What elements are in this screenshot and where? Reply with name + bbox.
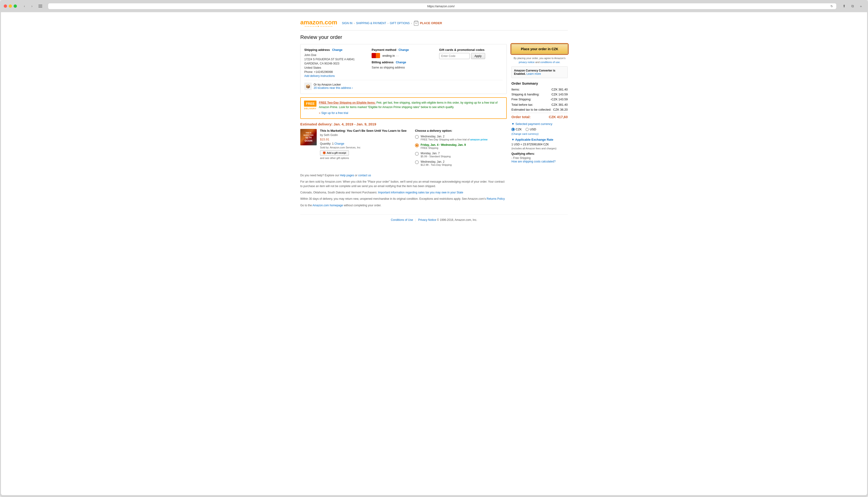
- delivery-options: Choose a delivery option: Wednesday, Jan…: [415, 129, 507, 169]
- learn-more-link[interactable]: Learn more: [527, 72, 541, 75]
- free-delivery-label: DELIVERY: [304, 107, 317, 110]
- collapse-arrow-icon: ▼: [512, 122, 515, 126]
- delivery-option-0[interactable]: Wednesday, Jan. 2 FREE Two-Day Shipping …: [415, 135, 507, 141]
- traffic-lights: [4, 4, 17, 8]
- exchange-rate-toggle[interactable]: ▼ Applicable Exchange Rate: [512, 138, 568, 141]
- close-button[interactable]: [4, 4, 7, 8]
- gift-cards-label: Gift cards & promotional codes: [439, 48, 503, 52]
- place-order-button[interactable]: Place your order in CZK: [512, 44, 568, 54]
- footer-separator-1: |: [415, 218, 416, 222]
- usd-radio[interactable]: [526, 128, 529, 131]
- nav-step-place-order[interactable]: PLACE ORDER: [420, 21, 442, 25]
- exchange-rate-section: ▼ Applicable Exchange Rate 1 USD = 23.97…: [512, 138, 568, 150]
- product-seller: Sold by: Amazon.com Services, Inc: [320, 146, 412, 149]
- nav-step-gift[interactable]: GIFT OPTIONS: [390, 22, 410, 25]
- summary-free-shipping-row: Free Shipping: -CZK 143.59: [512, 98, 568, 101]
- delivery-option-1[interactable]: Friday, Jan. 4 - Wednesday, Jan. 9 FREE …: [415, 143, 507, 149]
- tabs-button[interactable]: ⧉: [849, 3, 856, 9]
- back-button[interactable]: ‹: [21, 3, 28, 9]
- currency-converter-text: Amazon Currency Converter is Enabled. Le…: [514, 69, 565, 75]
- footer-copyright: © 1996-2018, Amazon.com, Inc.: [437, 218, 477, 222]
- share-button[interactable]: ⬆: [841, 3, 848, 9]
- order-details-box: Shipping address Change John Doe 17224 S…: [300, 44, 507, 94]
- delivery-option-text-0: Wednesday, Jan. 2 FREE Two-Day Shipping …: [421, 135, 488, 141]
- change-qty-link[interactable]: Change: [334, 142, 344, 145]
- free-shipping-link[interactable]: FREE Two-Day Shipping on Eligible Items:: [319, 101, 376, 104]
- returns-policy-link[interactable]: Returns Policy: [487, 197, 505, 200]
- czk-option[interactable]: CZK: [512, 128, 522, 131]
- product-price: $15.91: [320, 138, 412, 141]
- conditions-of-use-link[interactable]: conditions of use.: [540, 61, 560, 63]
- promo-code-input[interactable]: [439, 53, 470, 59]
- add-delivery-instructions-link[interactable]: Add delivery instructions: [304, 74, 335, 77]
- delivery-option-3[interactable]: Wednesday, Jan. 2 $12.98 - Two-Day Shipp…: [415, 160, 507, 166]
- payment-method-section: Payment method Change ending in ···· Bil…: [372, 48, 435, 77]
- shipping-name: John Doe: [304, 53, 368, 57]
- currency-options: CZK USD: [512, 128, 568, 131]
- svg-rect-2: [39, 7, 42, 8]
- checkout-nav: SIGN IN › SHIPPING & PAYMENT › GIFT OPTI…: [342, 20, 442, 26]
- czk-radio[interactable]: [512, 128, 515, 131]
- refresh-icon[interactable]: ↻: [830, 4, 833, 8]
- logo-text: amazon: [300, 19, 323, 26]
- product-details: This Is Marketing: You Can't Be Seen Unt…: [320, 129, 412, 169]
- privacy-notice-footer-link[interactable]: Privacy Notice: [418, 218, 436, 222]
- help-text: Do you need help? Explore our Help pages…: [300, 173, 507, 178]
- main-left: Shipping address Change John Doe 17224 S…: [300, 44, 507, 210]
- locker-icon: 📦: [304, 83, 312, 90]
- colorado-link[interactable]: Important information regarding sales ta…: [378, 191, 463, 194]
- delivery-radio-1[interactable]: [415, 143, 419, 147]
- new-tab-button[interactable]: +: [858, 3, 864, 9]
- collapse-arrow-icon-2: ▼: [512, 138, 515, 141]
- signup-free-trial-link[interactable]: Sign up for a free trial: [321, 111, 348, 115]
- forward-button[interactable]: ›: [29, 3, 35, 9]
- browser-content: amazon.com ―――――►――――― SIGN IN › SHIPPIN…: [1, 12, 867, 495]
- product-row: THIS ISMARKETINGSETHGODIN This Is Market…: [300, 129, 507, 169]
- qualifying-label: Qualifying offers:: [512, 152, 568, 155]
- nav-arrow-2: ›: [388, 22, 389, 25]
- payment-method-label: Payment method Change: [372, 48, 435, 52]
- change-shipping-link[interactable]: Change: [332, 48, 342, 52]
- privacy-notice-link[interactable]: privacy notice: [519, 61, 534, 63]
- change-billing-link[interactable]: Change: [396, 61, 406, 64]
- locker-locations-link[interactable]: 20 locations near this address ›: [314, 86, 353, 89]
- main-layout: Shipping address Change John Doe 17224 S…: [300, 44, 568, 210]
- minimize-button[interactable]: [9, 4, 12, 8]
- add-gift-receipt-button[interactable]: 🎁 Add a gift receipt: [320, 150, 349, 156]
- product-title: This Is Marketing: You Can't Be Seen Unt…: [320, 129, 412, 132]
- homepage-link[interactable]: Amazon.com homepage: [312, 204, 343, 207]
- delivery-radio-3[interactable]: [415, 160, 419, 164]
- shipping-address-section: Shipping address Change John Doe 17224 S…: [304, 48, 368, 77]
- card-ending-text: ending in ····: [382, 54, 399, 57]
- nav-step-signin[interactable]: SIGN IN: [342, 22, 353, 25]
- contact-us-link[interactable]: contact us: [358, 174, 371, 177]
- return-text: Within 30 days of delivery, you may retu…: [300, 197, 507, 201]
- billing-address-label: Billing address Change: [372, 60, 435, 64]
- shipping-cost-link[interactable]: How are shipping costs calculated?: [512, 160, 556, 163]
- shipping-line1: 17224 S FIGUEROA ST SUITE # A8041: [304, 57, 368, 61]
- sidebar-button[interactable]: [37, 3, 44, 9]
- address-bar[interactable]: https://amazon.com/ ↻: [48, 3, 837, 9]
- change-payment-link[interactable]: Change: [398, 48, 409, 52]
- usd-option[interactable]: USD: [526, 128, 536, 131]
- summary-shipping-row: Shipping & handling: CZK 143.59: [512, 93, 568, 96]
- help-pages-link[interactable]: Help pages: [340, 174, 354, 177]
- locker-text: Or try Amazon Locker 20 locations near t…: [314, 83, 353, 89]
- delivery-option-text-2: Monday, Jan. 7 $5.99 - Standard Shipping: [421, 152, 451, 158]
- maximize-button[interactable]: [14, 4, 17, 8]
- page-content: amazon.com ―――――►――――― SIGN IN › SHIPPIN…: [293, 12, 575, 232]
- delivery-radio-2[interactable]: [415, 152, 419, 156]
- nav-arrow-1: ›: [354, 22, 355, 25]
- payment-currency-section: ▼ Selected payment currency CZK USD: [512, 122, 568, 163]
- apply-button[interactable]: Apply: [471, 53, 485, 59]
- change-card-currency-link[interactable]: (Change card currency): [512, 132, 538, 135]
- delivery-radio-0[interactable]: [415, 135, 419, 139]
- product-quantity: Quantity: 1 Change: [320, 142, 412, 145]
- conditions-of-use-footer-link[interactable]: Conditions of Use: [391, 218, 413, 222]
- estimated-delivery: Estimated delivery: Jan. 4, 2019 - Jan. …: [300, 122, 507, 126]
- contract-text: For an item sold by Amazon.com: When you…: [300, 180, 507, 188]
- payment-currency-toggle[interactable]: ▼ Selected payment currency: [512, 122, 568, 126]
- nav-step-shipping[interactable]: SHIPPING & PAYMENT: [356, 22, 386, 25]
- browser-actions: ⬆ ⧉ +: [841, 3, 864, 9]
- delivery-option-2[interactable]: Monday, Jan. 7 $5.99 - Standard Shipping: [415, 152, 507, 158]
